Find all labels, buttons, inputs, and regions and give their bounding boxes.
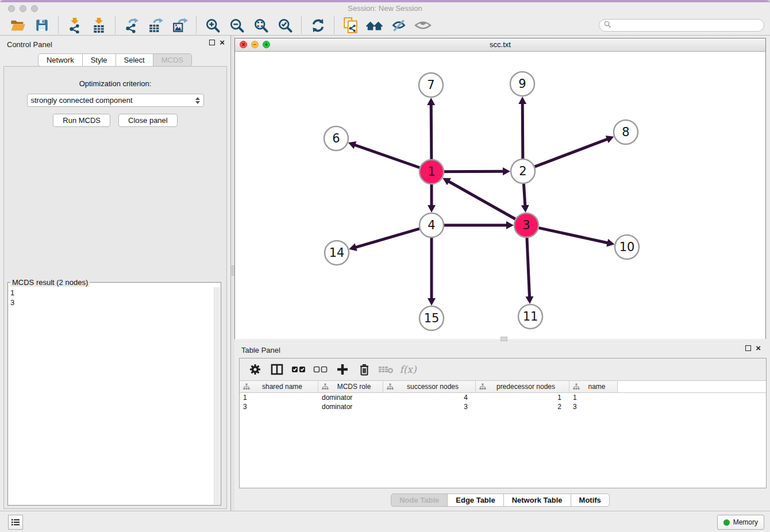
- function-builder-icon: f(x): [399, 361, 417, 377]
- network-canvas-svg: 7968124314101511: [235, 52, 765, 339]
- close-panel-button[interactable]: Close panel: [118, 114, 178, 127]
- run-mcds-button[interactable]: Run MCDS: [53, 114, 110, 127]
- result-item: 3: [10, 298, 213, 307]
- zoom-in-icon[interactable]: [203, 17, 222, 34]
- network-window-title: scc.txt: [235, 40, 765, 49]
- graph-node-label: 8: [622, 125, 629, 139]
- add-column-icon[interactable]: [334, 361, 351, 377]
- control-panel-title: Control Panel: [7, 40, 52, 49]
- table-panel: Table Panel ×: [234, 342, 767, 511]
- import-network-icon[interactable]: [66, 17, 84, 34]
- graph-edge-2-3[interactable]: [523, 184, 525, 207]
- graph-node-label: 4: [428, 218, 435, 232]
- graph-edge-3-10[interactable]: [538, 228, 609, 244]
- export-image-icon[interactable]: [171, 17, 189, 34]
- column-header-name[interactable]: name: [569, 381, 618, 392]
- close-panel-icon[interactable]: ×: [220, 40, 225, 45]
- delete-table-icon: [378, 361, 395, 377]
- graph-edge-arrow: [606, 239, 614, 247]
- table-cell: 3: [240, 402, 318, 411]
- toolbar-separator: [301, 17, 302, 34]
- table-cell: 3: [383, 402, 476, 411]
- tab-style[interactable]: Style: [82, 53, 116, 67]
- eye-icon[interactable]: [414, 17, 432, 34]
- float-panel-icon[interactable]: [209, 40, 215, 45]
- tab-motifs[interactable]: Motifs: [571, 494, 610, 507]
- graph-edge-3-1[interactable]: [448, 181, 515, 219]
- table-row[interactable]: 3dominator323: [240, 402, 766, 411]
- column-header-MCDS-role[interactable]: MCDS role: [318, 381, 383, 392]
- column-browser-icon[interactable]: [268, 361, 286, 377]
- graph-node-label: 6: [332, 132, 340, 145]
- table-cell: 2: [476, 402, 569, 411]
- open-session-icon[interactable]: [9, 17, 27, 34]
- tab-network[interactable]: Network: [38, 53, 83, 67]
- clone-network-icon[interactable]: [341, 17, 360, 34]
- memory-button[interactable]: Memory: [717, 515, 764, 530]
- network-window-titlebar[interactable]: × − + scc.txt: [235, 38, 765, 52]
- table-row[interactable]: 1dominator411: [240, 393, 766, 402]
- node-table[interactable]: shared nameMCDS rolesuccessor nodesprede…: [240, 381, 766, 488]
- graph-node-label: 15: [424, 311, 440, 325]
- graph-node-label: 10: [619, 240, 635, 254]
- application-window: Session: New Session: [0, 0, 770, 532]
- tab-network-table[interactable]: Network Table: [503, 494, 571, 507]
- graph-edge-1-7[interactable]: [431, 103, 432, 159]
- search-icon: [604, 20, 611, 30]
- tab-mcds[interactable]: MCDS: [153, 53, 192, 67]
- column-header-predecessor-nodes[interactable]: predecessor nodes: [476, 381, 569, 392]
- table-cell: 1: [240, 393, 318, 402]
- table-panel-body: f(x) shared nameMCDS rolesuccessor nodes…: [239, 358, 767, 488]
- graph-edge-4-14[interactable]: [355, 229, 419, 248]
- graph-edge-2-9[interactable]: [522, 102, 523, 159]
- network-resize-grip[interactable]: [500, 337, 507, 341]
- gear-icon[interactable]: [247, 361, 264, 377]
- mcds-panel: Optimization criterion: strongly connect…: [3, 66, 227, 509]
- import-table-icon[interactable]: [90, 17, 108, 34]
- home-icon[interactable]: [365, 17, 384, 34]
- refresh-icon[interactable]: [309, 17, 327, 34]
- tab-select[interactable]: Select: [116, 53, 153, 67]
- toggle-graphics-details-icon[interactable]: [390, 17, 408, 34]
- graph-edge-3-11[interactable]: [527, 238, 530, 298]
- export-table-icon[interactable]: [147, 17, 165, 34]
- column-header-successor-nodes[interactable]: successor nodes: [383, 381, 476, 392]
- delete-column-icon[interactable]: [356, 361, 373, 377]
- table-cell: 4: [383, 393, 476, 402]
- graph-edge-2-8[interactable]: [535, 138, 609, 167]
- zoom-out-icon[interactable]: [228, 17, 246, 34]
- graph-edge-arrow: [427, 98, 435, 105]
- search-box[interactable]: [599, 19, 764, 32]
- graph-edge-arrow: [506, 221, 514, 229]
- table-rows: 1dominator4113dominator323: [240, 393, 766, 411]
- close-table-panel-icon[interactable]: ×: [756, 345, 761, 351]
- save-session-icon[interactable]: [33, 17, 51, 34]
- graph-edge-arrow: [428, 205, 436, 213]
- optimization-criterion-select[interactable]: strongly connected component: [27, 94, 204, 107]
- unselect-all-columns-icon[interactable]: [312, 361, 329, 377]
- memory-status-icon: [723, 519, 730, 526]
- column-header-shared-name[interactable]: shared name: [240, 381, 318, 392]
- table-panel-title: Table Panel: [241, 346, 280, 354]
- graph-edge-1-6[interactable]: [353, 145, 419, 168]
- float-table-panel-icon[interactable]: [745, 345, 751, 351]
- graph-edge-arrow: [349, 244, 357, 251]
- zoom-selected-icon[interactable]: [276, 17, 294, 34]
- control-panel-tabs: NetworkStyleSelectMCDS: [0, 53, 230, 67]
- select-all-columns-icon[interactable]: [290, 361, 307, 377]
- tab-edge-table[interactable]: Edge Table: [447, 494, 503, 507]
- network-canvas[interactable]: 7968124314101511: [235, 52, 765, 339]
- graph-edge-1-2[interactable]: [444, 171, 505, 172]
- search-input[interactable]: [614, 21, 759, 30]
- tab-node-table[interactable]: Node Table: [391, 494, 448, 507]
- graph-edge-arrow: [518, 97, 526, 104]
- result-scrollbar[interactable]: [214, 287, 220, 504]
- optimization-criterion-value: strongly connected component: [31, 96, 195, 105]
- graph-node-label: 7: [427, 78, 434, 92]
- main-toolbar: [0, 16, 770, 36]
- select-stepper-icon: [195, 97, 200, 104]
- zoom-fit-icon[interactable]: [252, 17, 270, 34]
- export-network-icon[interactable]: [122, 17, 141, 34]
- task-history-button[interactable]: [8, 515, 23, 530]
- table-cell: 3: [569, 402, 618, 411]
